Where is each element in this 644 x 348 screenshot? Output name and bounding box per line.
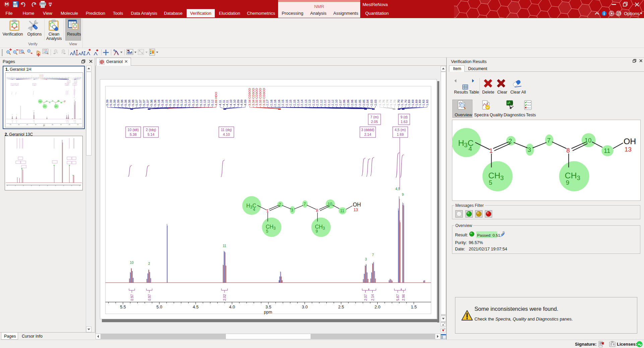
svg-text:Test A: Test A bbox=[527, 102, 531, 103]
svg-text:Clear All: Clear All bbox=[510, 90, 526, 95]
svg-text:Delete: Delete bbox=[482, 90, 494, 95]
svg-text:Results Table: Results Table bbox=[454, 90, 479, 95]
svg-text:Options: Options bbox=[624, 11, 640, 16]
svg-text:Clear: Clear bbox=[497, 90, 507, 95]
svg-text:Tests: Tests bbox=[526, 113, 536, 117]
svg-text:Test C: Test C bbox=[527, 107, 531, 109]
svg-text:Overview: Overview bbox=[455, 113, 472, 117]
svg-text:Spectra Quality: Spectra Quality bbox=[474, 113, 503, 117]
svg-text:Diagnostics: Diagnostics bbox=[504, 113, 525, 117]
svg-text:Test B: Test B bbox=[527, 104, 531, 106]
